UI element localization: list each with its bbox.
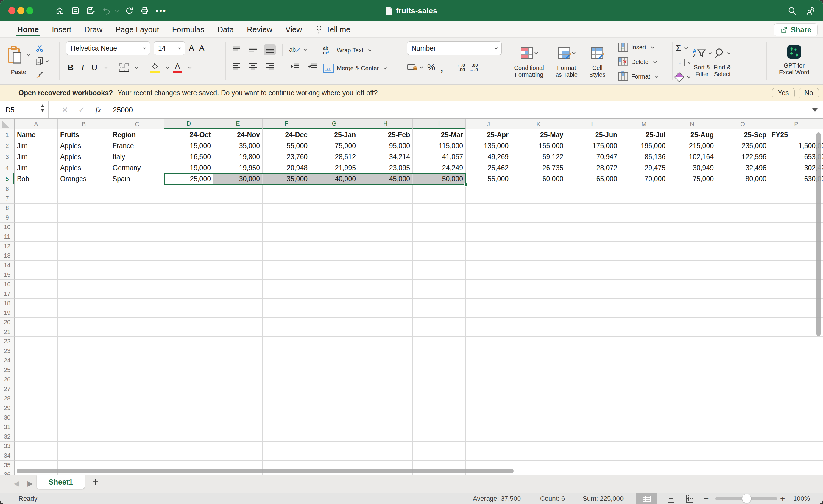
cell-O18[interactable] — [716, 299, 769, 308]
cell-P3[interactable]: 653,07 — [769, 152, 823, 163]
cell-I5[interactable]: 50,000 — [413, 174, 466, 185]
cell-L17[interactable] — [566, 289, 620, 299]
cell-E9[interactable] — [213, 213, 263, 223]
tab-draw[interactable]: Draw — [84, 21, 103, 37]
bold-button[interactable]: B — [66, 63, 75, 72]
cell-C21[interactable] — [110, 327, 164, 337]
cell-B20[interactable] — [58, 318, 110, 327]
cell-M25[interactable] — [620, 365, 668, 375]
cell-P29[interactable] — [769, 404, 823, 413]
cell-F1[interactable]: 24-Dec — [263, 130, 310, 141]
cell-O11[interactable] — [716, 232, 769, 242]
cell-C25[interactable] — [110, 365, 164, 375]
format-as-table-button[interactable]: Format as Table — [555, 41, 578, 84]
cell-I11[interactable] — [413, 232, 466, 242]
tab-home[interactable]: Home — [17, 21, 39, 37]
page-layout-view-button[interactable] — [663, 493, 678, 504]
cell-L1[interactable]: 25-Jun — [566, 130, 620, 141]
row-header-23[interactable]: 23 — [0, 346, 15, 356]
cell-D8[interactable] — [164, 204, 213, 213]
cell-K35[interactable] — [511, 461, 566, 470]
cell-C27[interactable] — [110, 385, 164, 394]
cell-O2[interactable]: 235,000 — [716, 141, 769, 152]
cell-B11[interactable] — [58, 232, 110, 242]
cell-M27[interactable] — [620, 385, 668, 394]
cell-M8[interactable] — [620, 204, 668, 213]
cell-F11[interactable] — [263, 232, 310, 242]
wrap-text-chevron-icon[interactable] — [368, 48, 372, 51]
cell-L15[interactable] — [566, 270, 620, 280]
cell-L19[interactable] — [566, 308, 620, 318]
paste-button[interactable]: Paste — [7, 41, 30, 84]
cell-B22[interactable] — [58, 337, 110, 346]
cell-M1[interactable]: 25-Jul — [620, 130, 668, 141]
cell-G25[interactable] — [310, 365, 358, 375]
cell-E23[interactable] — [213, 346, 263, 356]
cell-H29[interactable] — [358, 404, 413, 413]
cell-M15[interactable] — [620, 270, 668, 280]
cell-C14[interactable] — [110, 261, 164, 270]
cell-G15[interactable] — [310, 270, 358, 280]
cell-K10[interactable] — [511, 223, 566, 232]
cell-J28[interactable] — [466, 394, 511, 404]
cell-A34[interactable] — [15, 451, 58, 461]
cell-O15[interactable] — [716, 270, 769, 280]
cell-H32[interactable] — [358, 432, 413, 442]
cell-C8[interactable] — [110, 204, 164, 213]
cell-L7[interactable] — [566, 194, 620, 204]
cell-J22[interactable] — [466, 337, 511, 346]
cell-E25[interactable] — [213, 365, 263, 375]
cell-L20[interactable] — [566, 318, 620, 327]
cell-F8[interactable] — [263, 204, 310, 213]
cell-E18[interactable] — [213, 299, 263, 308]
cell-H27[interactable] — [358, 385, 413, 394]
cell-C31[interactable] — [110, 423, 164, 432]
cell-N27[interactable] — [668, 385, 716, 394]
paste-chevron-icon[interactable] — [27, 53, 30, 56]
cell-A6[interactable] — [15, 185, 58, 194]
cell-E26[interactable] — [213, 375, 263, 385]
zoom-out-button[interactable]: − — [704, 493, 709, 504]
cell-M10[interactable] — [620, 223, 668, 232]
cell-O25[interactable] — [716, 365, 769, 375]
cell-E24[interactable] — [213, 356, 263, 365]
yes-button[interactable]: Yes — [772, 88, 795, 98]
cell-G26[interactable] — [310, 375, 358, 385]
cell-D26[interactable] — [164, 375, 213, 385]
cell-O35[interactable] — [716, 461, 769, 470]
share-button[interactable]: Share — [774, 23, 818, 36]
merge-center-button[interactable]: ↔ Merge & Center — [323, 59, 402, 77]
cell-G12[interactable] — [310, 242, 358, 251]
cell-E33[interactable] — [213, 442, 263, 451]
sheet-tab-sheet1[interactable]: Sheet1 — [37, 475, 85, 489]
clear-button[interactable] — [676, 71, 690, 83]
cell-F22[interactable] — [263, 337, 310, 346]
cell-C4[interactable]: Germany — [110, 163, 164, 174]
cell-A27[interactable] — [15, 385, 58, 394]
cell-F10[interactable] — [263, 223, 310, 232]
cell-O16[interactable] — [716, 280, 769, 289]
cell-M35[interactable] — [620, 461, 668, 470]
cell-J19[interactable] — [466, 308, 511, 318]
cell-H26[interactable] — [358, 375, 413, 385]
cell-O17[interactable] — [716, 289, 769, 299]
cell-J24[interactable] — [466, 356, 511, 365]
cell-E29[interactable] — [213, 404, 263, 413]
cell-C11[interactable] — [110, 232, 164, 242]
cell-I19[interactable] — [413, 308, 466, 318]
cell-C15[interactable] — [110, 270, 164, 280]
cell-D19[interactable] — [164, 308, 213, 318]
cell-B31[interactable] — [58, 423, 110, 432]
accounting-chevron-icon[interactable] — [420, 65, 423, 68]
cell-F6[interactable] — [263, 185, 310, 194]
cell-A33[interactable] — [15, 442, 58, 451]
delete-cells-button[interactable]: ✕ Delete — [618, 56, 672, 68]
cell-F17[interactable] — [263, 289, 310, 299]
redo-icon[interactable] — [125, 6, 134, 15]
cell-H28[interactable] — [358, 394, 413, 404]
cell-L11[interactable] — [566, 232, 620, 242]
close-window-button[interactable] — [8, 7, 15, 14]
cell-O7[interactable] — [716, 194, 769, 204]
fill-button[interactable]: ↓ — [676, 56, 690, 68]
cell-K33[interactable] — [511, 442, 566, 451]
